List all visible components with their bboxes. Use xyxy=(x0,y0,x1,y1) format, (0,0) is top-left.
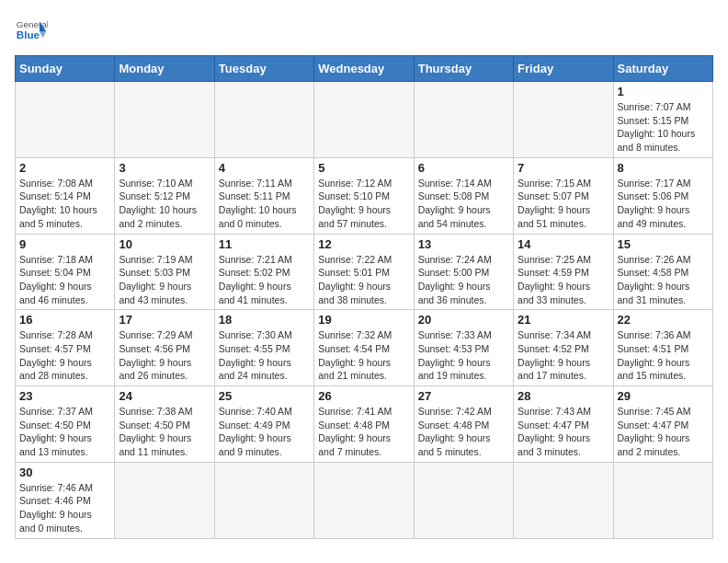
day-info: Sunrise: 7:12 AM Sunset: 5:10 PM Dayligh… xyxy=(318,177,409,231)
calendar-cell: 18Sunrise: 7:30 AM Sunset: 4:55 PM Dayli… xyxy=(214,310,313,386)
calendar-cell: 16Sunrise: 7:28 AM Sunset: 4:57 PM Dayli… xyxy=(16,310,115,386)
day-info: Sunrise: 7:07 AM Sunset: 5:15 PM Dayligh… xyxy=(618,100,709,155)
weekday-tuesday: Tuesday xyxy=(214,56,313,82)
calendar-cell: 22Sunrise: 7:36 AM Sunset: 4:51 PM Dayli… xyxy=(613,310,712,386)
day-number: 15 xyxy=(618,237,709,251)
calendar-week-1: 1Sunrise: 7:07 AM Sunset: 5:15 PM Daylig… xyxy=(16,82,713,158)
day-info: Sunrise: 7:34 AM Sunset: 4:52 PM Dayligh… xyxy=(518,328,609,383)
calendar-cell xyxy=(514,462,613,538)
calendar-cell xyxy=(314,82,414,158)
day-info: Sunrise: 7:18 AM Sunset: 5:04 PM Dayligh… xyxy=(19,253,110,307)
day-info: Sunrise: 7:38 AM Sunset: 4:50 PM Dayligh… xyxy=(119,405,210,459)
day-info: Sunrise: 7:42 AM Sunset: 4:48 PM Dayligh… xyxy=(418,405,509,459)
day-number: 2 xyxy=(19,161,110,175)
day-number: 28 xyxy=(518,389,609,403)
calendar-cell xyxy=(414,462,513,538)
calendar-cell xyxy=(613,462,712,538)
day-number: 13 xyxy=(418,237,509,251)
day-number: 4 xyxy=(219,161,310,175)
day-number: 5 xyxy=(318,161,409,175)
calendar-week-5: 23Sunrise: 7:37 AM Sunset: 4:50 PM Dayli… xyxy=(16,386,713,463)
calendar-cell: 15Sunrise: 7:26 AM Sunset: 4:58 PM Dayli… xyxy=(613,234,712,310)
day-number: 3 xyxy=(119,161,210,175)
day-number: 16 xyxy=(19,313,110,327)
day-info: Sunrise: 7:11 AM Sunset: 5:11 PM Dayligh… xyxy=(219,177,310,231)
day-info: Sunrise: 7:32 AM Sunset: 4:54 PM Dayligh… xyxy=(318,328,409,383)
day-info: Sunrise: 7:43 AM Sunset: 4:47 PM Dayligh… xyxy=(518,405,609,459)
calendar-table: SundayMondayTuesdayWednesdayThursdayFrid… xyxy=(15,55,713,539)
day-number: 14 xyxy=(518,237,609,251)
calendar-week-3: 9Sunrise: 7:18 AM Sunset: 5:04 PM Daylig… xyxy=(16,234,713,310)
weekday-wednesday: Wednesday xyxy=(314,56,414,82)
day-number: 1 xyxy=(618,85,709,98)
day-number: 8 xyxy=(618,161,709,175)
calendar-cell: 11Sunrise: 7:21 AM Sunset: 5:02 PM Dayli… xyxy=(214,234,313,310)
day-number: 18 xyxy=(219,313,310,327)
calendar-cell: 30Sunrise: 7:46 AM Sunset: 4:46 PM Dayli… xyxy=(16,462,115,538)
calendar-cell: 17Sunrise: 7:29 AM Sunset: 4:56 PM Dayli… xyxy=(115,310,214,386)
calendar-cell: 2Sunrise: 7:08 AM Sunset: 5:14 PM Daylig… xyxy=(16,157,115,234)
calendar-cell: 13Sunrise: 7:24 AM Sunset: 5:00 PM Dayli… xyxy=(414,234,513,310)
calendar-cell xyxy=(16,82,115,158)
page-header: General Blue xyxy=(15,15,713,48)
calendar-week-4: 16Sunrise: 7:28 AM Sunset: 4:57 PM Dayli… xyxy=(16,310,713,386)
day-number: 19 xyxy=(318,313,409,327)
weekday-sunday: Sunday xyxy=(16,56,115,82)
day-info: Sunrise: 7:41 AM Sunset: 4:48 PM Dayligh… xyxy=(318,405,409,459)
calendar-cell xyxy=(115,82,214,158)
weekday-saturday: Saturday xyxy=(613,56,712,82)
day-info: Sunrise: 7:08 AM Sunset: 5:14 PM Dayligh… xyxy=(19,177,110,231)
day-info: Sunrise: 7:26 AM Sunset: 4:58 PM Dayligh… xyxy=(618,253,709,307)
day-info: Sunrise: 7:28 AM Sunset: 4:57 PM Dayligh… xyxy=(19,328,110,383)
day-number: 23 xyxy=(19,389,110,403)
day-info: Sunrise: 7:46 AM Sunset: 4:46 PM Dayligh… xyxy=(19,481,110,535)
calendar-cell: 21Sunrise: 7:34 AM Sunset: 4:52 PM Dayli… xyxy=(514,310,613,386)
calendar-cell: 7Sunrise: 7:15 AM Sunset: 5:07 PM Daylig… xyxy=(514,157,613,234)
calendar-cell: 9Sunrise: 7:18 AM Sunset: 5:04 PM Daylig… xyxy=(16,234,115,310)
day-number: 26 xyxy=(318,389,409,403)
calendar-cell: 6Sunrise: 7:14 AM Sunset: 5:08 PM Daylig… xyxy=(414,157,513,234)
day-info: Sunrise: 7:30 AM Sunset: 4:55 PM Dayligh… xyxy=(219,328,310,383)
day-number: 9 xyxy=(19,237,110,251)
day-info: Sunrise: 7:14 AM Sunset: 5:08 PM Dayligh… xyxy=(418,177,509,231)
day-info: Sunrise: 7:36 AM Sunset: 4:51 PM Dayligh… xyxy=(618,328,709,383)
calendar-cell: 5Sunrise: 7:12 AM Sunset: 5:10 PM Daylig… xyxy=(314,157,414,234)
day-number: 11 xyxy=(219,237,310,251)
calendar-cell: 8Sunrise: 7:17 AM Sunset: 5:06 PM Daylig… xyxy=(613,157,712,234)
svg-marker-3 xyxy=(40,31,46,38)
logo-icon: General Blue xyxy=(15,15,48,48)
calendar-cell: 25Sunrise: 7:40 AM Sunset: 4:49 PM Dayli… xyxy=(214,386,313,463)
weekday-header-row: SundayMondayTuesdayWednesdayThursdayFrid… xyxy=(16,56,713,82)
calendar-week-6: 30Sunrise: 7:46 AM Sunset: 4:46 PM Dayli… xyxy=(16,462,713,538)
day-number: 25 xyxy=(219,389,310,403)
day-number: 30 xyxy=(19,465,110,479)
weekday-friday: Friday xyxy=(514,56,613,82)
calendar-cell: 4Sunrise: 7:11 AM Sunset: 5:11 PM Daylig… xyxy=(214,157,313,234)
day-info: Sunrise: 7:21 AM Sunset: 5:02 PM Dayligh… xyxy=(219,253,310,307)
day-info: Sunrise: 7:40 AM Sunset: 4:49 PM Dayligh… xyxy=(219,405,310,459)
calendar-cell: 24Sunrise: 7:38 AM Sunset: 4:50 PM Dayli… xyxy=(115,386,214,463)
calendar-cell: 29Sunrise: 7:45 AM Sunset: 4:47 PM Dayli… xyxy=(613,386,712,463)
calendar-cell xyxy=(514,82,613,158)
calendar-cell: 26Sunrise: 7:41 AM Sunset: 4:48 PM Dayli… xyxy=(314,386,414,463)
calendar-cell xyxy=(314,462,414,538)
day-info: Sunrise: 7:10 AM Sunset: 5:12 PM Dayligh… xyxy=(119,177,210,231)
day-info: Sunrise: 7:22 AM Sunset: 5:01 PM Dayligh… xyxy=(318,253,409,307)
day-number: 29 xyxy=(618,389,709,403)
svg-text:Blue: Blue xyxy=(17,29,40,40)
day-number: 21 xyxy=(518,313,609,327)
weekday-thursday: Thursday xyxy=(414,56,513,82)
day-number: 27 xyxy=(418,389,509,403)
calendar-cell xyxy=(115,462,214,538)
day-info: Sunrise: 7:33 AM Sunset: 4:53 PM Dayligh… xyxy=(418,328,509,383)
day-info: Sunrise: 7:29 AM Sunset: 4:56 PM Dayligh… xyxy=(119,328,210,383)
day-info: Sunrise: 7:37 AM Sunset: 4:50 PM Dayligh… xyxy=(19,405,110,459)
day-number: 7 xyxy=(518,161,609,175)
day-number: 6 xyxy=(418,161,509,175)
calendar-cell: 12Sunrise: 7:22 AM Sunset: 5:01 PM Dayli… xyxy=(314,234,414,310)
day-info: Sunrise: 7:17 AM Sunset: 5:06 PM Dayligh… xyxy=(618,177,709,231)
day-number: 22 xyxy=(618,313,709,327)
calendar-cell xyxy=(214,82,313,158)
weekday-monday: Monday xyxy=(115,56,214,82)
calendar-cell: 10Sunrise: 7:19 AM Sunset: 5:03 PM Dayli… xyxy=(115,234,214,310)
